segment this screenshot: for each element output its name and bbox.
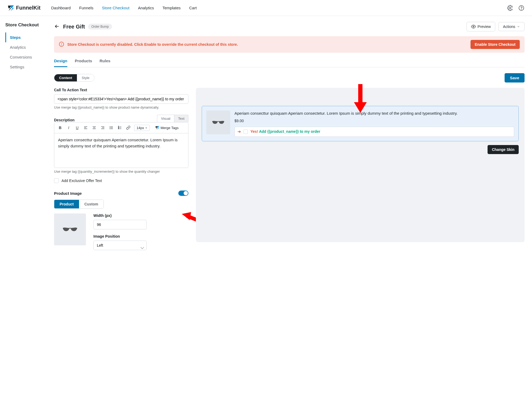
sidebar-item-steps[interactable]: Steps — [5, 32, 47, 42]
svg-point-2 — [521, 9, 522, 9]
nav-analytics[interactable]: Analytics — [138, 6, 154, 10]
main-tabs: Design Products Rules — [54, 59, 525, 67]
product-thumbnail[interactable] — [54, 213, 86, 245]
back-icon[interactable] — [54, 23, 60, 30]
tab-products[interactable]: Products — [75, 59, 92, 67]
exclusive-offer-row[interactable]: Add Exclusive Offer Text — [54, 178, 188, 183]
italic-icon[interactable]: I — [65, 124, 72, 131]
tab-design[interactable]: Design — [54, 59, 67, 67]
alert-text: Store Checkout is currently disabled. Cl… — [67, 42, 467, 47]
segment-product[interactable]: Product — [54, 200, 79, 208]
alert-banner: Store Checkout is currently disabled. Cl… — [54, 36, 525, 53]
nav-store-checkout[interactable]: Store Checkout — [102, 6, 129, 10]
logo-icon — [7, 5, 14, 11]
sidebar-item-settings[interactable]: Settings — [5, 62, 47, 72]
sunglasses-icon — [212, 120, 225, 125]
logo: FunnelKit — [7, 5, 40, 11]
svg-point-1 — [519, 5, 524, 10]
main: Free Gift Order Bump Preview Actions Sto… — [47, 16, 532, 266]
list-ul-icon[interactable] — [108, 124, 115, 131]
sidebar-title: Store Checkout — [5, 22, 47, 28]
content-style-segment: Content Style — [54, 74, 94, 82]
tab-rules[interactable]: Rules — [100, 59, 110, 67]
desc-tab-text[interactable]: Text — [174, 115, 188, 122]
preview-cta-text: Yes! Add {{product_name}} to my order — [250, 129, 320, 134]
width-label: Width (px) — [93, 213, 188, 218]
preview-cta-checkbox[interactable] — [244, 130, 248, 134]
position-select[interactable] — [93, 241, 147, 250]
change-skin-button[interactable]: Change Skin — [488, 145, 519, 154]
cta-input[interactable] — [54, 94, 188, 104]
underline-icon[interactable]: U — [73, 124, 81, 131]
cta-label: Call To Action Text — [54, 88, 188, 92]
image-source-segment: Product Custom — [54, 200, 104, 209]
svg-point-6 — [61, 45, 62, 45]
sidebar-item-conversions[interactable]: Conversions — [5, 52, 47, 62]
font-size-select[interactable]: 14px — [134, 125, 150, 131]
merge-tags-icon — [155, 126, 159, 130]
svg-point-16 — [110, 126, 110, 127]
enable-checkout-button[interactable]: Enable Store Checkout — [471, 40, 520, 49]
nav-dashboard[interactable]: Dashboard — [51, 6, 71, 10]
preview-image — [206, 110, 230, 134]
cta-help: Use merge tag {{product_name}} to show p… — [54, 105, 188, 109]
nav-cart[interactable]: Cart — [189, 6, 197, 10]
segment-custom[interactable]: Custom — [79, 200, 104, 208]
nav-templates[interactable]: Templates — [162, 6, 180, 10]
exclusive-checkbox[interactable] — [54, 178, 59, 183]
preview-column: Aperiam consecttur quisquam Aperiam cons… — [196, 88, 525, 242]
preview-description: Aperiam consecttur quisquam Aperiam cons… — [234, 110, 514, 117]
eye-icon — [471, 24, 476, 29]
svg-point-20 — [110, 129, 110, 129]
preview-price: $9.00 — [234, 119, 514, 123]
product-image-toggle[interactable] — [178, 191, 188, 196]
desc-help: Use merge tag {{quantity_incrementer}} t… — [54, 170, 188, 174]
svg-point-0 — [509, 7, 511, 9]
desc-tab-visual[interactable]: Visual — [157, 115, 174, 122]
arrow-right-icon: ➜ — [237, 129, 241, 135]
actions-button[interactable]: Actions — [498, 22, 525, 31]
svg-point-3 — [473, 26, 474, 27]
page-header: Free Gift Order Bump Preview Actions — [54, 22, 525, 31]
preview-button[interactable]: Preview — [467, 22, 495, 31]
sunglasses-icon — [62, 226, 78, 233]
editor-toolbar: B I U 123 14px Merge Tags — [54, 122, 188, 133]
align-left-icon[interactable] — [82, 124, 89, 131]
preview-card: Aperiam consecttur quisquam Aperiam cons… — [202, 106, 519, 141]
top-nav: Dashboard Funnels Store Checkout Analyti… — [51, 6, 507, 10]
segment-content[interactable]: Content — [54, 74, 77, 81]
nav-funnels[interactable]: Funnels — [79, 6, 93, 10]
preview-button-label: Preview — [477, 24, 491, 29]
segment-style[interactable]: Style — [77, 74, 94, 81]
description-editor[interactable]: Aperiam consecttur quisquam Aperiam cons… — [54, 133, 188, 168]
alert-icon — [59, 42, 64, 48]
top-bar: FunnelKit Dashboard Funnels Store Checko… — [0, 0, 532, 16]
svg-point-18 — [110, 127, 110, 128]
sidebar-item-analytics[interactable]: Analytics — [5, 42, 47, 52]
actions-button-label: Actions — [503, 24, 515, 29]
sidebar: Store Checkout Steps Analytics Conversio… — [0, 16, 47, 266]
width-input[interactable] — [93, 220, 147, 229]
link-icon[interactable] — [125, 124, 132, 131]
page-badge: Order Bump — [88, 24, 112, 30]
exclusive-label: Add Exclusive Offer Text — [61, 179, 102, 183]
brand-name: FunnelKit — [16, 5, 40, 11]
settings-icon[interactable] — [507, 5, 513, 11]
product-image-title: Product Image — [54, 191, 82, 196]
chevron-down-icon — [517, 25, 520, 28]
preview-cta-row[interactable]: ➜ Yes! Add {{product_name}} to my order — [234, 127, 514, 137]
align-right-icon[interactable] — [99, 124, 106, 131]
svg-text:3: 3 — [118, 128, 119, 129]
help-icon[interactable] — [518, 5, 525, 11]
position-label: Image Position — [93, 234, 188, 238]
form-column: Call To Action Text Use merge tag {{prod… — [54, 88, 188, 255]
save-button[interactable]: Save — [505, 73, 525, 82]
page-title: Free Gift — [63, 24, 85, 30]
desc-label: Description — [54, 118, 75, 122]
preview-panel: Aperiam consecttur quisquam Aperiam cons… — [196, 88, 525, 242]
align-center-icon[interactable] — [90, 124, 98, 131]
merge-tags-button[interactable]: Merge Tags — [152, 125, 181, 131]
bold-icon[interactable]: B — [56, 124, 64, 131]
list-ol-icon[interactable]: 123 — [116, 124, 123, 131]
